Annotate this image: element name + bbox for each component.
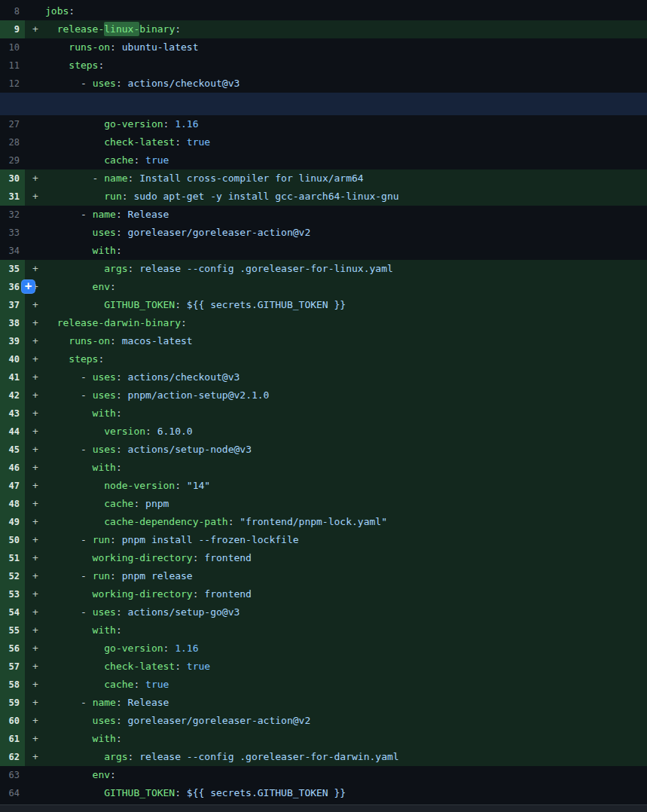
code-token: with: [45, 733, 116, 744]
code-token: with: [45, 245, 116, 256]
diff-line-60: 60+ uses: goreleaser/goreleaser-action@v…: [0, 712, 647, 730]
line-number[interactable]: 9: [0, 20, 25, 38]
line-number[interactable]: 51: [0, 549, 25, 567]
line-number[interactable]: 53: [0, 585, 25, 603]
line-number[interactable]: 39: [0, 332, 25, 350]
code-token: :: [110, 769, 116, 780]
code-token: uses: [93, 389, 116, 401]
code-line: - uses: actions/checkout@v3: [45, 75, 647, 93]
diff-line-28: 28 check-latest: true: [0, 133, 647, 151]
code-token: uses: [93, 78, 116, 89]
diff-marker: [25, 38, 45, 56]
diff-line-48: 48+ cache: pnpm: [0, 495, 647, 513]
line-number[interactable]: 52: [0, 567, 25, 585]
code-token: runs-on: [45, 335, 110, 346]
line-number[interactable]: 46: [0, 459, 25, 477]
code-token: args: [45, 751, 128, 762]
line-number[interactable]: 59: [0, 694, 25, 712]
line-number[interactable]: 55: [0, 621, 25, 640]
line-number[interactable]: 50: [0, 531, 25, 549]
code-token: args: [45, 263, 128, 274]
code-token: GITHUB_TOKEN: [45, 787, 175, 798]
line-number[interactable]: 47: [0, 477, 25, 495]
diff-line-52: 52+ - run: pnpm release: [0, 567, 647, 585]
line-number[interactable]: 43: [0, 404, 25, 423]
code-token: working-directory: [45, 588, 193, 600]
code-token: true: [181, 661, 210, 672]
line-number[interactable]: 32: [0, 206, 25, 224]
line-number[interactable]: 27: [0, 115, 25, 133]
code-token: run: [93, 570, 110, 582]
code-token: :: [116, 444, 122, 455]
line-number[interactable]: 49: [0, 513, 25, 531]
code-token: :: [193, 588, 199, 600]
line-number[interactable]: 61: [0, 730, 25, 748]
code-token: :: [116, 624, 122, 636]
line-number[interactable]: 12: [0, 75, 25, 93]
code-token: release-: [45, 23, 104, 35]
code-token: -: [45, 444, 93, 455]
code-token: check-latest: [45, 136, 175, 148]
line-number[interactable]: 31: [0, 188, 25, 206]
code-line: with:: [45, 621, 647, 640]
code-token: :: [175, 136, 181, 148]
line-number[interactable]: 10: [0, 38, 25, 56]
code-token: actions/setup-go@v3: [122, 606, 240, 618]
add-comment-button[interactable]: +: [21, 279, 35, 294]
line-number[interactable]: 60: [0, 712, 25, 730]
diff-marker: [25, 242, 45, 260]
line-number[interactable]: 8: [0, 2, 25, 20]
line-number[interactable]: 62: [0, 748, 25, 766]
line-number[interactable]: 35: [0, 260, 25, 278]
code-token: -: [45, 172, 104, 184]
line-number[interactable]: 40: [0, 350, 25, 368]
diff-line-10: 10 runs-on: ubuntu-latest: [0, 38, 647, 56]
code-token: -: [45, 534, 93, 545]
code-token: cache: [45, 679, 133, 690]
code-token: uses: [93, 444, 116, 455]
line-number[interactable]: 56: [0, 640, 25, 658]
diff-line-38: 38+ release-darwin-binary:: [0, 314, 647, 332]
diff-marker: [25, 784, 45, 802]
line-number[interactable]: 63: [0, 766, 25, 784]
diff-line-49: 49+ cache-dependency-path: "frontend/pnp…: [0, 513, 647, 531]
code-token: :: [116, 715, 122, 726]
line-number[interactable]: 48: [0, 495, 25, 513]
line-number[interactable]: 28: [0, 133, 25, 151]
line-number[interactable]: 45: [0, 441, 25, 459]
code-token: cache-dependency-path: [45, 516, 228, 527]
diff-line-12: 12 - uses: actions/checkout@v3: [0, 75, 647, 93]
line-number[interactable]: 64: [0, 784, 25, 802]
line-number[interactable]: 33: [0, 224, 25, 242]
line-number[interactable]: 37: [0, 296, 25, 314]
line-number[interactable]: 38: [0, 314, 25, 332]
diff-line-62: 62+ args: release --config .goreleaser-f…: [0, 748, 647, 766]
expand-hunk-row[interactable]: [0, 93, 647, 115]
line-number[interactable]: 34: [0, 242, 25, 260]
code-token: :: [181, 317, 187, 328]
line-number[interactable]: 44: [0, 423, 25, 441]
code-token: actions/checkout@v3: [122, 371, 240, 383]
line-number[interactable]: 54: [0, 603, 25, 621]
code-token: :: [193, 552, 199, 563]
addition-marker: +: [25, 585, 45, 603]
code-token: ${{ secrets.GITHUB_TOKEN }}: [181, 787, 346, 798]
code-token: pnpm/action-setup@v2.1.0: [122, 389, 270, 401]
line-number[interactable]: 11: [0, 56, 25, 75]
line-number[interactable]: 30: [0, 169, 25, 188]
line-number[interactable]: 42: [0, 386, 25, 404]
diff-marker: [25, 75, 45, 93]
code-line: node-version: "14": [45, 477, 647, 495]
addition-marker: +: [25, 658, 45, 676]
addition-marker: +: [25, 531, 45, 549]
code-line: check-latest: true: [45, 658, 647, 676]
line-number[interactable]: 29: [0, 151, 25, 169]
code-token: goreleaser/goreleaser-action@v2: [122, 227, 310, 238]
code-token: :: [116, 245, 122, 256]
line-number[interactable]: 57: [0, 658, 25, 676]
line-number[interactable]: 41: [0, 368, 25, 386]
code-token: -: [45, 78, 93, 89]
word-diff-highlight: linux-: [104, 22, 139, 36]
addition-marker: +: [25, 20, 45, 38]
line-number[interactable]: 58: [0, 676, 25, 694]
